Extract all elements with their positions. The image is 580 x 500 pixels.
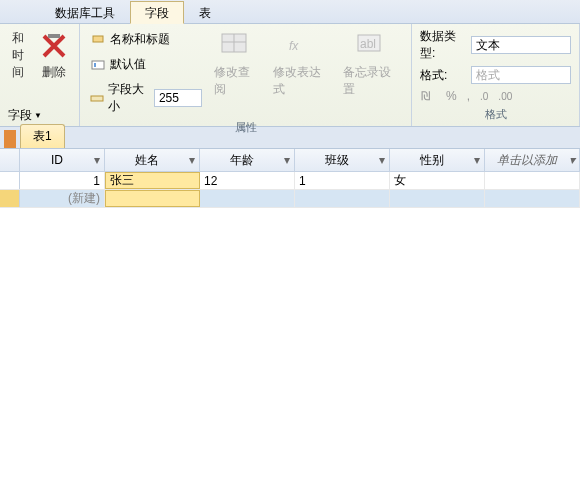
column-header-age[interactable]: 年龄▾ (200, 149, 295, 171)
chevron-down-icon[interactable]: ▾ (567, 155, 577, 165)
cell-age[interactable] (200, 190, 295, 207)
tag-icon (90, 32, 106, 48)
svg-rect-2 (92, 61, 104, 69)
field-size-input[interactable] (154, 89, 202, 107)
delete-button[interactable]: 删除 (34, 28, 74, 83)
ribbon-tab-strip: 数据库工具 字段 表 (0, 0, 580, 24)
default-value-button[interactable]: 默认值 (88, 55, 204, 74)
format-label: 格式: (420, 67, 465, 84)
chevron-down-icon[interactable]: ▾ (187, 155, 197, 165)
column-header-id[interactable]: ID▾ (20, 149, 105, 171)
field-dropdown[interactable]: 字段▼ (8, 107, 71, 124)
tab-database-tools[interactable]: 数据库工具 (40, 1, 130, 24)
cell-class[interactable]: 1 (295, 172, 390, 189)
chevron-down-icon[interactable]: ▾ (282, 155, 292, 165)
format-select[interactable] (471, 66, 571, 84)
svg-text:abl: abl (360, 37, 376, 51)
increase-decimal-button[interactable]: .00 (498, 91, 512, 102)
svg-text:₪: ₪ (421, 89, 430, 103)
table-row-new[interactable]: (新建) (0, 190, 580, 208)
modify-expression-button: fx 修改表达式 (269, 28, 333, 100)
row-selector[interactable] (0, 190, 20, 207)
name-title-button[interactable]: 名称和标题 (88, 30, 204, 49)
data-type-select[interactable] (471, 36, 571, 54)
ribbon: 和时间 删除 字段▼ 名称和标题 默认值 (0, 24, 580, 127)
table-icon (220, 30, 252, 62)
cell-name[interactable] (105, 190, 200, 207)
delete-label: 删除 (42, 64, 66, 81)
tab-table[interactable]: 表 (184, 1, 226, 24)
svg-rect-0 (48, 34, 60, 38)
datetime-button[interactable]: 和时间 (8, 28, 28, 83)
group-format: 数据类型: 格式: ₪ % , .0 .00 格式 (412, 24, 580, 126)
column-header-class[interactable]: 班级▾ (295, 149, 390, 171)
datasheet-icon (4, 130, 16, 148)
modify-lookup-button: 修改查阅 (210, 28, 263, 100)
grid-header-row: ID▾ 姓名▾ 年龄▾ 班级▾ 性别▾ 单击以添加▾ (0, 149, 580, 172)
datetime-label: 和时间 (12, 30, 24, 81)
memo-settings-button: abl 备忘录设置 (339, 28, 403, 100)
default-icon (90, 57, 106, 73)
column-header-sex[interactable]: 性别▾ (390, 149, 485, 171)
cell-id[interactable]: 1 (20, 172, 105, 189)
select-all-cell[interactable] (0, 149, 20, 171)
chevron-down-icon[interactable]: ▾ (92, 155, 102, 165)
datasheet-grid: ID▾ 姓名▾ 年龄▾ 班级▾ 性别▾ 单击以添加▾ 1 张三 12 1 女 (… (0, 149, 580, 208)
fx-icon: fx (285, 30, 317, 62)
decrease-decimal-button[interactable]: .0 (480, 91, 488, 102)
group-left: 和时间 删除 字段▼ (0, 24, 80, 126)
group-format-label: 格式 (420, 105, 571, 124)
svg-rect-4 (91, 96, 103, 101)
column-header-name[interactable]: 姓名▾ (105, 149, 200, 171)
data-type-label: 数据类型: (420, 28, 465, 62)
table-row[interactable]: 1 张三 12 1 女 (0, 172, 580, 190)
sheet-tab-1[interactable]: 表1 (20, 124, 65, 148)
column-header-add[interactable]: 单击以添加▾ (485, 149, 580, 171)
chevron-down-icon[interactable]: ▾ (472, 155, 482, 165)
field-size-label: 字段大小 (108, 81, 150, 115)
group-properties: 名称和标题 默认值 字段大小 修改查阅 fx 修改表达式 (80, 24, 412, 126)
cell-new[interactable]: (新建) (20, 190, 105, 207)
row-selector[interactable] (0, 172, 20, 189)
ruler-icon (90, 90, 104, 106)
chevron-down-icon: ▼ (34, 111, 42, 120)
delete-icon (38, 30, 70, 62)
svg-rect-3 (94, 63, 96, 67)
memo-icon: abl (355, 30, 387, 62)
currency-icon[interactable]: ₪ (420, 88, 436, 104)
cell-add[interactable] (485, 172, 580, 189)
cell-sex[interactable]: 女 (390, 172, 485, 189)
cell-name[interactable]: 张三 (105, 172, 200, 189)
group-properties-label: 属性 (88, 118, 403, 137)
cell-age[interactable]: 12 (200, 172, 295, 189)
cell-sex[interactable] (390, 190, 485, 207)
svg-rect-1 (93, 36, 103, 42)
svg-text:fx: fx (289, 39, 299, 53)
cell-add[interactable] (485, 190, 580, 207)
comma-button[interactable]: , (467, 89, 470, 103)
tab-fields[interactable]: 字段 (130, 1, 184, 24)
chevron-down-icon[interactable]: ▾ (377, 155, 387, 165)
cell-class[interactable] (295, 190, 390, 207)
percent-button[interactable]: % (446, 89, 457, 103)
field-size-row: 字段大小 (88, 80, 204, 116)
